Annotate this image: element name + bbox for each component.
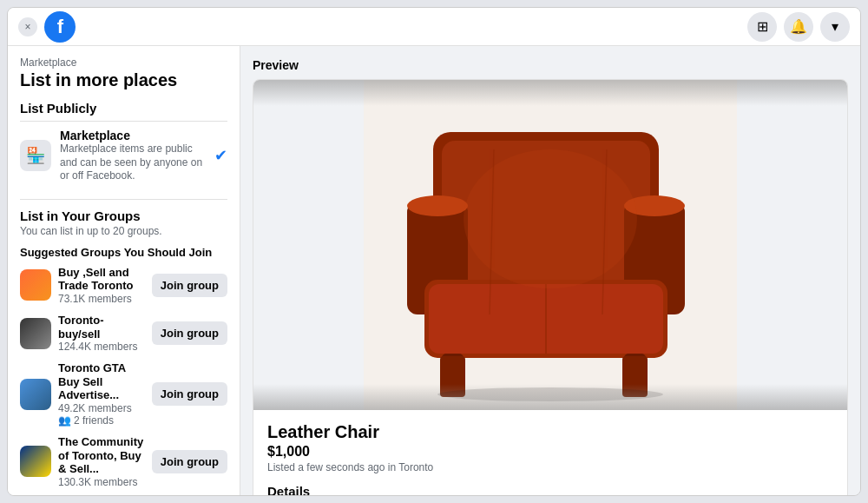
titlebar: × f ⊞ 🔔 ▾ (8, 8, 860, 46)
svg-point-5 (407, 195, 468, 216)
group-info: Buy ,Sell and Trade Toronto 73.1K member… (58, 266, 145, 305)
marketplace-text: Marketplace Marketplace items are public… (60, 129, 206, 183)
breadcrumb: Marketplace (20, 56, 227, 69)
bell-icon: 🔔 (790, 18, 807, 35)
sidebar: Marketplace List in more places List Pub… (8, 46, 240, 495)
group-icon-toronto-gta (20, 379, 51, 410)
group-name: Toronto GTA Buy Sell Advertise... (58, 361, 145, 402)
titlebar-left: × f (18, 11, 76, 43)
group-name: Buy ,Sell and Trade Toronto (58, 266, 145, 293)
page-title: List in more places (20, 70, 227, 90)
grid-icon-button[interactable]: ⊞ (747, 12, 777, 42)
facebook-logo: f (44, 11, 76, 43)
group-item: Toronto-buy/sell 124.4K members Join gro… (20, 314, 227, 353)
marketplace-icon: 🏪 (20, 140, 51, 171)
image-overlay-bottom (253, 384, 847, 410)
group-members: 73.1K members (58, 293, 145, 305)
svg-point-14 (464, 149, 637, 288)
group-info: Toronto GTA Buy Sell Advertise... 49.2K … (58, 361, 145, 427)
group-members: 49.2K members (58, 402, 145, 414)
close-button[interactable]: × (18, 17, 37, 36)
group-friends: 👥 2 friends (58, 414, 145, 427)
friends-icon: 👥 (58, 414, 71, 427)
group-icon-community-toronto (20, 446, 51, 477)
details-section-title: Details (267, 484, 833, 495)
join-group-button-2[interactable]: Join group (152, 321, 227, 345)
preview-card: Leather Chair $1,000 Listed a few second… (253, 79, 848, 495)
chevron-down-icon: ▾ (832, 18, 838, 35)
join-group-button-1[interactable]: Join group (152, 274, 227, 297)
item-listed: Listed a few seconds ago in Toronto (267, 461, 833, 473)
group-name: Toronto-buy/sell (58, 314, 145, 341)
marketplace-name: Marketplace (60, 129, 206, 142)
item-price: $1,000 (267, 444, 833, 460)
marketplace-item: 🏪 Marketplace Marketplace items are publ… (20, 121, 227, 190)
image-overlay-top (253, 80, 847, 106)
group-item: Buy ,Sell and Trade Toronto 73.1K member… (20, 266, 227, 305)
item-title: Leather Chair (267, 422, 833, 442)
preview-label: Preview (253, 58, 848, 72)
join-group-button-3[interactable]: Join group (152, 382, 227, 406)
preview-info-panel: Leather Chair $1,000 Listed a few second… (253, 410, 847, 495)
preview-area: Preview (240, 46, 860, 495)
preview-image-container (253, 80, 847, 410)
group-item: The Community of Toronto, Buy & Sell... … (20, 435, 227, 488)
join-group-button-4[interactable]: Join group (152, 450, 227, 473)
group-icon-buy-sell-toronto (20, 269, 51, 301)
grid-icon: ⊞ (757, 18, 768, 35)
item-details: Leather Chair $1,000 Listed a few second… (253, 410, 847, 495)
group-members: 130.3K members (58, 476, 145, 488)
marketplace-desc: Marketplace items are public and can be … (60, 142, 206, 183)
group-info: The Community of Toronto, Buy & Sell... … (58, 435, 145, 488)
sidebar-inner: Marketplace List in more places List Pub… (8, 46, 240, 495)
suggested-groups-title: Suggested Groups You Should Join (20, 246, 227, 259)
chair-svg (253, 80, 847, 410)
check-icon: ✔ (214, 146, 227, 165)
main-content: Marketplace List in more places List Pub… (8, 46, 860, 495)
group-members: 124.4K members (58, 341, 145, 353)
notifications-button[interactable]: 🔔 (784, 12, 813, 42)
group-item: Toronto GTA Buy Sell Advertise... 49.2K … (20, 361, 227, 427)
list-in-groups-sub: You can list in up to 20 groups. (20, 225, 227, 237)
titlebar-right: ⊞ 🔔 ▾ (747, 12, 850, 42)
app-window: × f ⊞ 🔔 ▾ Marketplace List in more place… (7, 7, 861, 496)
list-in-groups-title: List in Your Groups (20, 208, 227, 223)
group-icon-toronto-buy-sell (20, 318, 51, 349)
list-publicly-title: List Publicly (20, 101, 227, 116)
account-menu-button[interactable]: ▾ (820, 12, 850, 42)
group-info: Toronto-buy/sell 124.4K members (58, 314, 145, 353)
preview-info-row: Leather Chair $1,000 Listed a few second… (253, 410, 847, 495)
friends-count: 2 friends (74, 414, 114, 427)
group-name: The Community of Toronto, Buy & Sell... (58, 435, 145, 476)
divider-1 (20, 199, 227, 200)
